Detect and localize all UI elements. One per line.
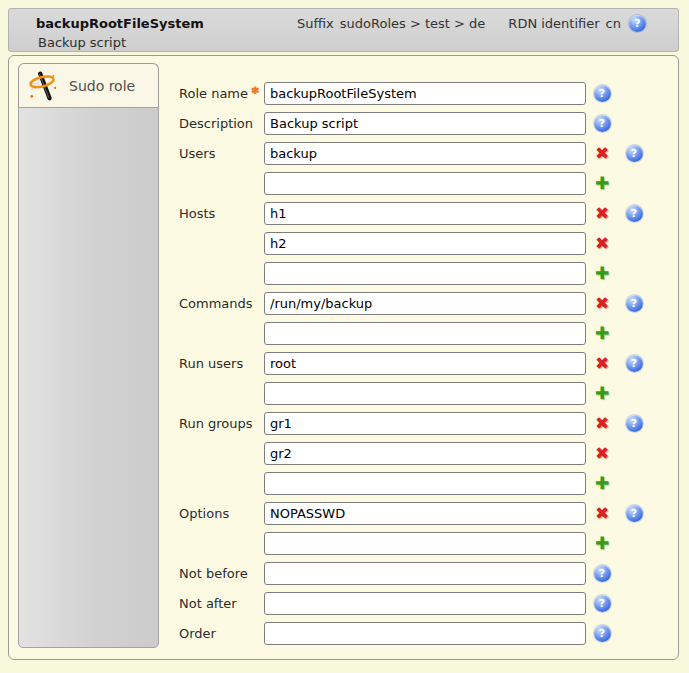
help-icon[interactable]: ? — [593, 565, 611, 582]
form-row: ✖ — [179, 228, 643, 258]
form-row: ✚ — [179, 378, 643, 408]
sidebar-body — [18, 107, 159, 648]
form-row: ✖ — [179, 438, 643, 468]
new-value-input[interactable] — [264, 232, 586, 255]
rdn-identifier-label: RDN identifier — [508, 16, 599, 31]
help-icon[interactable]: ? — [593, 115, 611, 132]
hosts-input[interactable] — [264, 202, 586, 225]
new-value-input[interactable] — [264, 442, 586, 465]
not-before-input[interactable] — [264, 562, 586, 585]
role-name-input[interactable] — [264, 82, 586, 105]
new-value-input[interactable] — [264, 322, 586, 345]
form-row: Users✖? — [179, 138, 643, 168]
new-value-input[interactable] — [264, 262, 586, 285]
delete-icon[interactable]: ✖ — [593, 145, 611, 162]
new-value-input[interactable] — [264, 472, 586, 495]
help-icon[interactable]: ? — [625, 505, 643, 522]
form-row: ✚ — [179, 258, 643, 288]
help-icon[interactable]: ? — [625, 295, 643, 312]
entry-subtitle: Backup script — [38, 35, 646, 50]
delete-icon[interactable]: ✖ — [593, 355, 611, 372]
field-label: Role name✱ — [179, 86, 264, 101]
commands-input[interactable] — [264, 292, 586, 315]
not-after-input[interactable] — [264, 592, 586, 615]
field-label: Hosts — [179, 206, 264, 221]
field-label: Commands — [179, 296, 264, 311]
field-label: Not after — [179, 596, 264, 611]
form-row: Order? — [179, 618, 643, 648]
delete-icon[interactable]: ✖ — [593, 505, 611, 522]
field-label: Not before — [179, 566, 264, 581]
delete-icon[interactable]: ✖ — [593, 295, 611, 312]
form-row: Run users✖? — [179, 348, 643, 378]
delete-icon[interactable]: ✖ — [593, 235, 611, 252]
help-icon[interactable]: ? — [629, 15, 646, 32]
form-row: ✚ — [179, 468, 643, 498]
tab-label: Sudo role — [69, 78, 135, 94]
help-icon[interactable]: ? — [593, 85, 611, 102]
order-input[interactable] — [264, 622, 586, 645]
form-row: Not after? — [179, 588, 643, 618]
form-row: Not before? — [179, 558, 643, 588]
field-label: Users — [179, 146, 264, 161]
form-row: Role name✱? — [179, 78, 643, 108]
options-input[interactable] — [264, 502, 586, 525]
suffix-label: Suffix — [297, 16, 334, 31]
page: backupRootFileSystem Suffix sudoRoles > … — [8, 8, 679, 660]
magic-wand-icon — [28, 71, 58, 101]
entry-title: backupRootFileSystem — [36, 16, 204, 31]
description-input[interactable] — [264, 112, 586, 135]
form-row: ✚ — [179, 528, 643, 558]
form-row: Hosts✖? — [179, 198, 643, 228]
add-icon[interactable]: ✚ — [593, 385, 611, 402]
delete-icon[interactable]: ✖ — [593, 445, 611, 462]
field-label: Run groups — [179, 416, 264, 431]
field-label: Run users — [179, 356, 264, 371]
run-users-input[interactable] — [264, 352, 586, 375]
content-panel: Sudo role Role name✱?Description?Users✖?… — [8, 55, 679, 660]
run-groups-input[interactable] — [264, 412, 586, 435]
add-icon[interactable]: ✚ — [593, 265, 611, 282]
sudo-role-form: Role name✱?Description?Users✖?✚Hosts✖?✖✚… — [179, 78, 643, 648]
form-row: Run groups✖? — [179, 408, 643, 438]
help-icon[interactable]: ? — [593, 625, 611, 642]
new-value-input[interactable] — [264, 382, 586, 405]
field-label: Description — [179, 116, 264, 131]
help-icon[interactable]: ? — [625, 355, 643, 372]
suffix-value: sudoRoles > test > de — [340, 16, 486, 31]
delete-icon[interactable]: ✖ — [593, 205, 611, 222]
help-icon[interactable]: ? — [625, 145, 643, 162]
new-value-input[interactable] — [264, 532, 586, 555]
tab-sudo-role[interactable]: Sudo role — [18, 63, 159, 107]
title-bar: backupRootFileSystem Suffix sudoRoles > … — [8, 8, 679, 52]
delete-icon[interactable]: ✖ — [593, 415, 611, 432]
help-icon[interactable]: ? — [625, 415, 643, 432]
help-icon[interactable]: ? — [593, 595, 611, 612]
form-row: Description? — [179, 108, 643, 138]
form-row: ✚ — [179, 318, 643, 348]
module-sidebar: Sudo role — [18, 63, 159, 648]
users-input[interactable] — [264, 142, 586, 165]
field-label: Options — [179, 506, 264, 521]
new-value-input[interactable] — [264, 172, 586, 195]
form-row: Options✖? — [179, 498, 643, 528]
help-icon[interactable]: ? — [625, 205, 643, 222]
add-icon[interactable]: ✚ — [593, 175, 611, 192]
rdn-identifier-value: cn — [606, 16, 621, 31]
add-icon[interactable]: ✚ — [593, 475, 611, 492]
required-icon: ✱ — [251, 85, 259, 96]
form-row: ✚ — [179, 168, 643, 198]
field-label: Order — [179, 626, 264, 641]
add-icon[interactable]: ✚ — [593, 535, 611, 552]
form-row: Commands✖? — [179, 288, 643, 318]
add-icon[interactable]: ✚ — [593, 325, 611, 342]
